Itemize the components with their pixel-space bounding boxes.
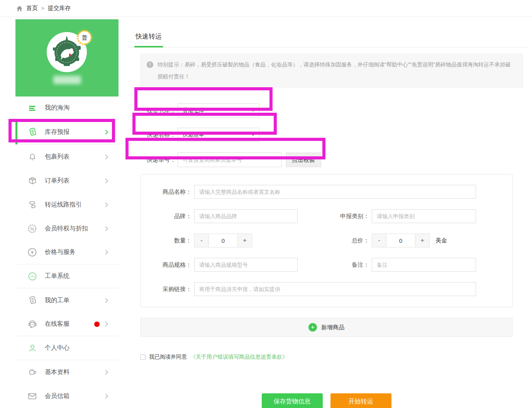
- quantity-value[interactable]: 0: [209, 234, 237, 247]
- brand-category-row: 品牌： 申报类别：: [141, 209, 512, 223]
- notice-text: 特别提示：易碎，易受挤压破裂的物品（食品，化妆品等），请选择特殊加固服务，并仔细…: [158, 59, 513, 83]
- category-input[interactable]: [372, 209, 476, 223]
- sidebar-item-price-services[interactable]: ¥ 价格与服务: [15, 240, 119, 264]
- category-label: 申报类别：: [298, 213, 372, 220]
- chevron-right-icon: [105, 226, 108, 232]
- dropdown-arrow-icon: ▼: [251, 133, 255, 137]
- start-transfer-button[interactable]: 开始转运: [330, 393, 391, 408]
- remark-input[interactable]: [372, 258, 476, 272]
- tracking-number-input[interactable]: [178, 152, 282, 167]
- cup-icon: [27, 367, 37, 377]
- agreement-text: 我已阅读并同意: [149, 354, 187, 361]
- courier-select[interactable]: 快递运单 ▼: [178, 128, 259, 142]
- product-name-input[interactable]: [194, 185, 476, 199]
- sidebar-item-personal-center[interactable]: 个人中心: [15, 336, 119, 360]
- home-icon: [16, 5, 23, 12]
- sidebar-item-label: 在线客服: [45, 320, 69, 328]
- sidebar-item-label: 基本资料: [45, 368, 69, 376]
- total-plus-button[interactable]: +: [415, 234, 430, 247]
- signpost-icon: [27, 200, 37, 209]
- sidebar-item-my-haitao[interactable]: 我的海淘: [15, 96, 119, 120]
- action-buttons: 保存货物信息 开始转运: [140, 393, 513, 408]
- tab-bar: 快速转运: [127, 19, 527, 47]
- warehouse-label: 收货仓库：: [127, 107, 176, 114]
- save-cargo-button[interactable]: 保存货物信息: [262, 393, 323, 408]
- chevron-right-icon: [105, 154, 108, 160]
- inventory-doc-icon: [27, 127, 37, 137]
- sidebar-item-package-list[interactable]: 包裹列表: [15, 145, 119, 169]
- sidebar-item-label: 工单系统: [45, 272, 69, 280]
- bell-icon: [27, 152, 37, 161]
- sidebar-item-label: 会员信箱: [45, 392, 69, 400]
- agreement-checkbox[interactable]: [140, 354, 146, 360]
- package-icon: [27, 176, 37, 185]
- total-minus-button[interactable]: -: [372, 234, 386, 247]
- brand-input[interactable]: [194, 209, 298, 223]
- tracking-row: 快递单号： 点击校验: [127, 152, 527, 167]
- sidebar-item-online-service[interactable]: 在线客服: [15, 312, 119, 336]
- discount-badge-icon: %: [27, 224, 37, 234]
- spec-input[interactable]: [194, 258, 298, 272]
- remark-label: 备注：: [298, 261, 372, 269]
- sidebar-item-label: 我的海淘: [45, 104, 69, 112]
- sidebar-item-label: 包裹列表: [45, 153, 69, 161]
- agreement-terms-link[interactable]: 《关于用户错误填写商品信息追责条款》: [190, 354, 288, 361]
- breadcrumb: 首页 > 提交库存: [0, 0, 532, 17]
- plus-icon: +: [308, 323, 317, 332]
- menu-lines-icon: [27, 103, 37, 113]
- profile-card: 普: [15, 19, 119, 96]
- chevron-right-icon: [105, 202, 108, 208]
- total-value[interactable]: 0: [386, 234, 415, 247]
- person-icon: [27, 344, 37, 353]
- add-product-button[interactable]: + 新增商品: [140, 318, 513, 337]
- sidebar-item-label: 个人中心: [45, 344, 69, 352]
- breadcrumb-separator: >: [41, 5, 44, 11]
- total-price-stepper: - 0 +: [372, 234, 430, 247]
- quantity-price-row: 数量： - 0 + 总价： - 0 + 美金: [141, 234, 512, 247]
- svg-text:¥: ¥: [30, 250, 34, 255]
- chevron-right-icon: [105, 249, 108, 255]
- headset-icon: [27, 319, 37, 329]
- warehouse-row: 收货仓库： 香港仓库 ▼: [127, 103, 527, 117]
- warehouse-select[interactable]: 香港仓库 ▼: [178, 103, 259, 117]
- sidebar-item-my-tickets[interactable]: 我的工单: [15, 288, 119, 312]
- currency-unit: 美金: [435, 237, 447, 244]
- notice-banner: ! 特别提示：易碎，易受挤压破裂的物品（食品，化妆品等），请选择特殊加固服务，并…: [140, 54, 523, 88]
- spec-remark-row: 商品规格： 备注：: [141, 258, 512, 272]
- sidebar-item-member-privileges[interactable]: % 会员特权与折扣: [15, 217, 119, 240]
- sidebar-item-ticket-system[interactable]: 工单系统: [15, 264, 119, 288]
- svg-text:%: %: [30, 226, 34, 231]
- agreement-row: 我已阅读并同意 《关于用户错误填写商品信息追责条款》: [140, 354, 527, 361]
- purchase-link-input[interactable]: [194, 282, 476, 296]
- price-yen-icon: ¥: [27, 247, 37, 257]
- purchase-link-label: 采购链接：: [141, 286, 194, 293]
- sidebar-item-inventory-forecast[interactable]: 库存预报: [15, 120, 119, 145]
- quantity-stepper: - 0 +: [194, 234, 252, 247]
- sidebar-item-label: 我的工单: [45, 296, 69, 305]
- chevron-right-icon: [105, 321, 108, 327]
- sidebar-item-label: 订单列表: [45, 177, 69, 185]
- spec-label: 商品规格：: [141, 261, 194, 269]
- membership-badge: 普: [76, 29, 93, 46]
- quantity-label: 数量：: [141, 237, 194, 244]
- tab-quick-transfer[interactable]: 快速转运: [134, 19, 163, 47]
- mail-icon: [27, 391, 37, 401]
- courier-selected-value: 快递运单: [183, 131, 204, 138]
- page: 首页 > 提交库存: [0, 0, 532, 408]
- chevron-right-icon: [105, 393, 108, 399]
- sidebar-item-transfer-routes[interactable]: 转运线路指引: [15, 193, 119, 217]
- info-icon: !: [147, 61, 153, 68]
- purchase-link-row: 采购链接：: [141, 282, 512, 296]
- breadcrumb-home[interactable]: 首页: [26, 5, 38, 12]
- sidebar-item-basic-info[interactable]: 基本资料: [15, 360, 119, 384]
- sidebar-item-label: 价格与服务: [45, 248, 76, 256]
- sidebar-item-order-list[interactable]: 订单列表: [15, 169, 119, 193]
- verify-button[interactable]: 点击校验: [286, 152, 321, 167]
- courier-row: 快递名称： 快递运单 ▼: [127, 128, 527, 142]
- quantity-minus-button[interactable]: -: [194, 234, 209, 247]
- sidebar-item-member-mailbox[interactable]: 会员信箱: [15, 384, 119, 408]
- sidebar-item-label: 会员特权与折扣: [45, 225, 88, 233]
- quantity-plus-button[interactable]: +: [237, 234, 252, 247]
- product-form: 商品名称： 品牌： 申报类别： 数量： - 0: [140, 174, 513, 307]
- chevron-right-icon: [105, 369, 108, 375]
